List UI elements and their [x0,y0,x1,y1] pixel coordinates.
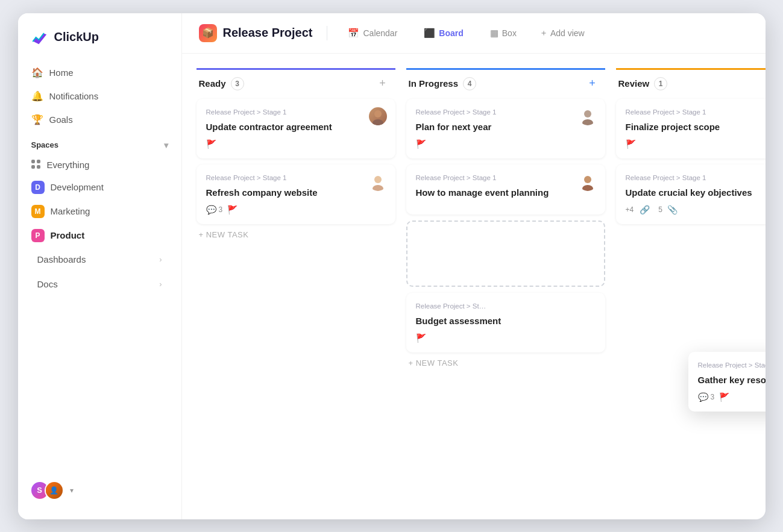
card-title: Update contractor agreement [206,120,386,133]
header-divider [327,26,327,40]
card-meta: Release Project > Stage 1 [416,174,596,181]
sidebar-item-everything[interactable]: Everything [24,155,175,175]
tab-calendar-label: Calendar [363,28,397,38]
tab-calendar[interactable]: 📅 Calendar [342,24,403,42]
column-title-in-progress: In Progress [409,78,459,89]
column-in-progress: In Progress 4 + Release Project > Stage … [406,68,605,374]
column-add-ready[interactable]: + [375,76,391,92]
card-budget-assessment: Release Project > St… Budget assessment … [406,293,605,352]
comment-number: 3 [219,205,223,214]
sidebar-item-notifications-label: Notifications [49,91,99,101]
card-title: Plan for next year [416,120,596,133]
column-review: Review 1 + Release Project > Stage 1 Fin… [616,68,766,224]
comment-number: 3 [711,393,715,401]
spaces-label: Spaces [31,140,59,149]
card-finalize-scope: Release Project > Stage 1 Finalize proje… [616,99,766,158]
tab-board[interactable]: ⬛ Board [418,24,469,42]
svg-point-2 [374,176,382,183]
header: 📦 Release Project 📅 Calendar ⬛ Board ▦ B… [182,13,766,54]
sidebar-item-development[interactable]: D Development [24,176,175,199]
new-task-in-progress[interactable]: + NEW TASK [406,352,605,374]
card-event-planning: Release Project > Stage 1 How to manage … [406,164,605,214]
sidebar-item-notifications[interactable]: 🔔 Notifications [24,85,175,107]
cards-in-progress: Release Project > Stage 1 Plan for next … [406,99,605,352]
avatar-inner [579,173,597,191]
clickup-logo-icon [30,28,49,47]
comment-bubble-icon: 💬 [698,392,708,402]
column-header-ready: Ready 3 + [197,68,395,99]
card-plan-next-year: Release Project > Stage 1 Plan for next … [406,99,605,158]
card-footer: +4 🔗 5 📎 [626,205,766,214]
link-icon: 🔗 [640,205,650,214]
card-update-objectives: Release Project > Stage 1 Update crucial… [616,164,766,224]
sidebar-item-product[interactable]: P Product [24,224,175,247]
flag-icon: 🚩 [416,333,426,343]
app-name: ClickUp [54,30,99,44]
board-wrapper: Ready 3 + Release Project > Stage 1 Upda… [182,54,766,519]
card-footer: 💬 3 🚩 [206,205,386,214]
column-ready: Ready 3 + Release Project > Stage 1 Upda… [197,68,395,245]
svg-point-1 [373,119,383,125]
logo: ClickUp [18,28,181,61]
card-update-contractor: Release Project > Stage 1 Update contrac… [197,99,395,158]
card-footer: 🚩 [416,333,596,343]
sidebar-item-docs[interactable]: Docs › [24,273,175,295]
paperclip-icon: 📎 [667,205,678,214]
card-footer: 🚩 [206,139,386,149]
svg-point-4 [584,110,591,117]
avatar-inner [369,173,387,191]
svg-point-5 [582,119,593,125]
everything-icon [31,160,41,169]
chevron-down-icon: ▾ [164,140,168,150]
sidebar-item-goals[interactable]: 🏆 Goals [24,108,175,131]
sidebar-item-home[interactable]: 🏠 Home [24,61,175,84]
flag-icon: 🚩 [206,139,216,149]
column-title-review: Review [618,78,650,89]
box-icon: ▦ [490,28,498,39]
card-meta: Release Project > St… [416,302,596,310]
flag-icon: 🚩 [416,139,426,149]
card-refresh-website: Release Project > Stage 1 Refresh compan… [197,164,395,224]
card-title: Update crucial key objectives [626,186,766,199]
development-badge: D [31,181,45,194]
cards-ready: Release Project > Stage 1 Update contrac… [197,99,395,224]
svg-point-3 [373,185,383,191]
column-count-in-progress: 4 [463,77,476,90]
plus-count: +4 [626,205,634,214]
floating-card: ✛ Release Project > Stage 1 Gather key r… [688,352,766,412]
sidebar-item-dashboards-label: Dashboards [37,254,86,264]
comment-count: 💬 3 [698,392,715,402]
spaces-list: Everything D Development M Marketing P P… [18,155,181,247]
chevron-right-icon-2: › [159,280,162,289]
column-header-in-progress: In Progress 4 + [406,68,605,99]
sidebar-item-goals-label: Goals [49,114,73,125]
board: Ready 3 + Release Project > Stage 1 Upda… [182,54,766,519]
bell-icon: 🔔 [31,90,43,102]
chevron-right-icon: › [159,255,162,264]
add-view-label: Add view [550,28,585,38]
sidebar-item-dashboards[interactable]: Dashboards › [24,248,175,271]
tab-board-label: Board [439,28,463,38]
card-footer: 🚩 [626,139,766,149]
floating-card-meta: Release Project > Stage 1 [698,361,766,369]
add-view-button[interactable]: ＋ Add view [539,28,585,39]
tab-box-label: Box [502,28,517,38]
sidebar-item-marketing-label: Marketing [51,206,90,216]
card-meta: Release Project > Stage 1 [626,108,766,116]
column-add-in-progress[interactable]: + [585,76,600,92]
flag-icon: 🚩 [626,139,636,149]
column-header-review: Review 1 + [616,68,766,99]
card-avatar [579,107,597,125]
new-task-ready[interactable]: + NEW TASK [197,224,395,245]
calendar-icon: 📅 [348,28,359,39]
card-title: Finalize project scope [626,120,766,133]
attachment-count: 5 [658,205,662,214]
sidebar-item-marketing[interactable]: M Marketing [24,200,175,223]
column-count-review: 1 [654,77,667,90]
user-chevron-icon: ▾ [70,486,74,495]
tab-box[interactable]: ▦ Box [484,24,523,42]
column-title-ready: Ready [199,78,226,89]
avatar-inner [579,107,597,125]
card-placeholder [406,221,605,287]
plus-icon: ＋ [539,28,548,39]
